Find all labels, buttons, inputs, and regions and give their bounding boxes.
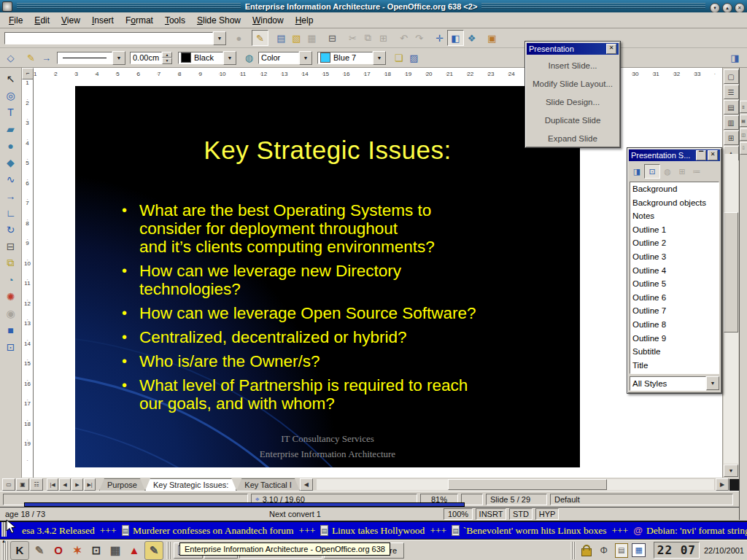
slide[interactable]: Key Strategic Issues: •What are the best… [75, 86, 580, 467]
style-filter-dropdown-icon[interactable]: ▼ [706, 376, 719, 390]
url-dropdown-icon[interactable]: ▼ [213, 31, 226, 45]
pen-icon[interactable]: ✎ [23, 50, 39, 65]
shadow-icon[interactable]: ❏ [391, 50, 406, 65]
display-settings-icon[interactable]: ▦ [107, 542, 124, 559]
fill-color-value[interactable]: Blue 7 [317, 52, 373, 64]
scroll-down-icon[interactable]: ▼ [724, 464, 738, 477]
line-width-value[interactable]: 0.00cm [130, 52, 162, 64]
style-item[interactable]: Outline 2 [630, 236, 719, 250]
style-item[interactable]: Outline 1 [630, 223, 719, 237]
k-menu-icon[interactable]: K [10, 541, 29, 560]
style-filter-select[interactable]: All Styles ▼ [630, 376, 719, 391]
menu-slide-show[interactable]: Slide Show [191, 14, 247, 27]
graphic-styles-icon[interactable]: ◨ [630, 165, 644, 178]
line-color-value[interactable]: Black [178, 52, 223, 64]
fill-type-dropdown-icon[interactable]: ▼ [299, 51, 312, 65]
layer-mode-icon[interactable]: ☷ [30, 478, 43, 491]
notes-view-icon[interactable]: ▥ [724, 115, 739, 130]
menu-insert[interactable]: Insert [86, 14, 120, 27]
navigator-icon[interactable]: ✛ [432, 31, 447, 45]
curve-tool-icon[interactable]: ∿ [2, 171, 20, 187]
menu-window[interactable]: Window [247, 14, 290, 27]
drawing-view-icon[interactable]: ▢ [724, 69, 739, 84]
slides-view-icon[interactable]: ▤ [724, 100, 739, 114]
style-item[interactable]: Outline 5 [630, 277, 719, 291]
arrowheads-icon[interactable]: → [39, 50, 54, 65]
next-slide-icon[interactable]: ▶ [71, 478, 83, 491]
bg-edge-icon-2[interactable]: ▤ [740, 114, 747, 127]
ticker-item-text[interactable]: Linux takes Hollywood [332, 525, 425, 537]
zoom-tool-icon[interactable]: ◎ [2, 87, 20, 104]
url-input[interactable] [4, 32, 213, 44]
stylist-close-button[interactable]: ✕ [708, 150, 718, 160]
url-combo[interactable]: ▼ [4, 31, 226, 45]
toolbox-item-expand-slide[interactable]: Expand Slide [525, 129, 620, 147]
print-icon[interactable]: ⊟ [325, 31, 340, 45]
style-item[interactable]: Outline 8 [630, 318, 719, 332]
news-ticker[interactable]: esa 3.4.2 Released+++▤Murderer confesses… [0, 521, 747, 540]
effects-tool-icon[interactable]: ✺ [2, 288, 20, 305]
alignment-tool-icon[interactable]: ⊟ [2, 238, 20, 254]
line-width-spin-buttons[interactable]: ▲▼ [162, 52, 172, 64]
open-document-icon[interactable]: ▧ [289, 31, 304, 45]
ticker-item-text[interactable]: esa 3.4.2 Released [22, 525, 95, 537]
tab-scroll-left-icon[interactable]: ◀ [300, 478, 313, 491]
stylist-icon[interactable]: ◧ [447, 30, 464, 46]
style-item[interactable]: Title [630, 359, 719, 373]
status-layout-field[interactable]: Default [550, 494, 733, 505]
lines-arrows-tool-icon[interactable]: → [2, 187, 20, 204]
status-slide-field[interactable]: Slide 5 / 29 [486, 494, 547, 505]
butterfly-app-icon[interactable]: ✶ [69, 542, 86, 559]
stylist-dock-button[interactable]: ▔ [696, 150, 706, 160]
power-icon[interactable]: Φ [597, 543, 611, 558]
edit-file-icon[interactable]: ✎ [252, 30, 268, 46]
stylist-titlebar[interactable]: Presentation S... ▔✕ [629, 149, 720, 161]
panel-clock[interactable]: 22 07 [654, 542, 700, 559]
text-tool-icon[interactable]: T [2, 104, 20, 120]
toolbox-item-insert-slide[interactable]: Insert Slide... [525, 56, 620, 74]
glue-points-icon[interactable]: ◇ [3, 50, 18, 65]
horizontal-scroll-thumb[interactable] [448, 479, 607, 490]
acrobat-reader-icon[interactable]: ▲ [125, 542, 143, 559]
menu-tools[interactable]: Tools [159, 14, 191, 27]
toolbox-item-duplicate-slide[interactable]: Duplicate Slide [525, 111, 620, 129]
presentation-styles-icon[interactable]: ⊡ [644, 164, 660, 179]
menu-format[interactable]: Format [120, 14, 159, 27]
style-item[interactable]: Subtitle [630, 345, 719, 359]
first-slide-icon[interactable]: |◀ [47, 478, 58, 491]
style-item[interactable]: Background [630, 182, 719, 196]
ruler-corner-button[interactable]: ⌐ [22, 68, 34, 79]
style-item[interactable]: Outline 7 [630, 304, 719, 318]
padlock-icon[interactable] [579, 543, 594, 558]
panel-date[interactable]: 22/10/2001 [704, 546, 744, 555]
connector-tool-icon[interactable]: ∟ [2, 204, 20, 221]
bg-edge-icon-3[interactable]: ◫ [740, 128, 747, 141]
style-item[interactable]: Background objects [630, 196, 719, 210]
fill-type-value[interactable]: Color [258, 52, 299, 64]
style-filter-value[interactable]: All Styles [630, 376, 706, 391]
quanta-icon[interactable]: ✎ [144, 541, 163, 560]
new-document-icon[interactable]: ▤ [274, 31, 289, 45]
controller3d-tool-icon[interactable]: ■ [2, 322, 20, 338]
style-item[interactable]: Outline 4 [630, 264, 719, 278]
style-list[interactable]: BackgroundBackground objectsNotesOutline… [630, 182, 719, 374]
window-menu-icon[interactable] [2, 1, 12, 12]
toolbox-item-slide-design[interactable]: Slide Design... [525, 93, 620, 111]
gallery-icon[interactable]: ▣ [484, 31, 500, 45]
line-style-select[interactable]: ▼ [57, 51, 125, 65]
slide-tab[interactable]: Key Tactical I [236, 478, 300, 491]
style-item[interactable]: Notes [630, 209, 719, 223]
slide-bullet-list[interactable]: •What are the best Operating Systems to … [122, 201, 549, 419]
ticker-item-text[interactable]: `Benevolent' worm hits Linux boxes [463, 525, 607, 537]
fill-color-select[interactable]: Blue 7 ▼ [317, 51, 386, 65]
spin-up-icon[interactable]: ▲ [162, 52, 172, 58]
style-item[interactable]: Outline 3 [630, 250, 719, 264]
menu-file[interactable]: File [3, 14, 28, 27]
terminal-monitor-icon[interactable]: ⊡ [88, 542, 105, 559]
vertical-ruler[interactable]: 1·2·3·4·5·6·7·8·9·10·11·12·13·14·15·16·1… [22, 79, 34, 478]
area-style-icon[interactable]: ◍ [241, 50, 257, 65]
vertical-scrollbar[interactable] [724, 154, 738, 464]
slide-mode-icon[interactable]: ▭ [2, 478, 15, 491]
toolbox-item-modify-slide-layout[interactable]: Modify Slide Layout... [525, 74, 620, 93]
line-style-dropdown-icon[interactable]: ▼ [112, 51, 125, 65]
